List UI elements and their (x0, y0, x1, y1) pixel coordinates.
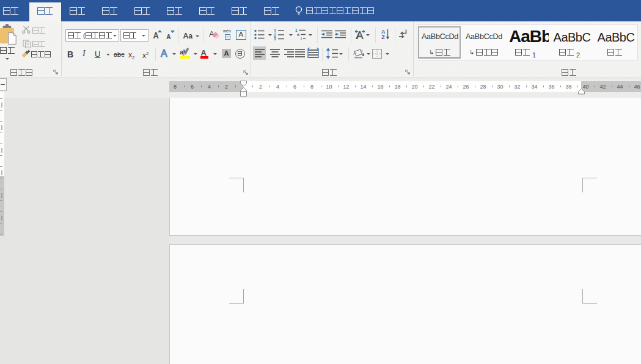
svg-text:1: 1 (295, 28, 298, 32)
svg-text:1: 1 (274, 29, 276, 33)
svg-text:i: i (301, 37, 302, 41)
svg-text:3: 3 (274, 37, 276, 40)
svg-text:a: a (297, 32, 299, 37)
svg-text:Z: Z (381, 34, 385, 40)
